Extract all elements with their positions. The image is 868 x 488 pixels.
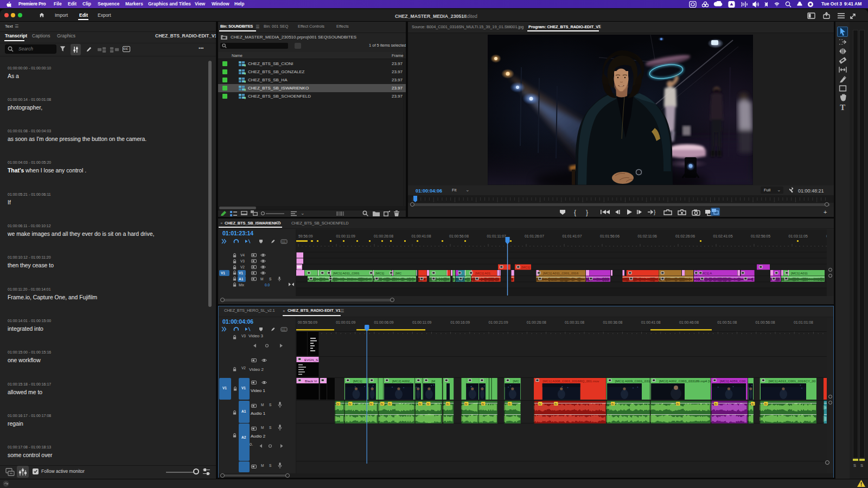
svg-text:fx: fx	[465, 402, 468, 406]
svg-text:01:00:41:08: 01:00:41:08	[412, 234, 431, 238]
svg-text:01:01:26:07: 01:01:26:07	[525, 234, 544, 238]
svg-text:fx: fx	[714, 402, 717, 406]
svg-text:fx: fx	[554, 402, 557, 406]
svg-text:[MC1] A011_C001_0316: [MC1] A011_C001_0316	[543, 272, 579, 275]
svg-text:01:00:41:08: 01:00:41:08	[641, 320, 661, 324]
svg-text:01:00:11:09: 01:00:11:09	[336, 234, 356, 238]
svg-text:[MC1]: [MC1]	[375, 272, 384, 275]
svg-text:fx: fx	[370, 402, 373, 406]
svg-text:[M: [M	[431, 379, 435, 383]
svg-text:01:00:46:08: 01:00:46:08	[679, 320, 699, 324]
svg-text:fx: fx	[337, 402, 340, 406]
svg-text:CC: CC	[282, 328, 286, 331]
svg-text:EVGN_S: EVGN_S	[304, 358, 318, 362]
svg-text:01:01:11:07: 01:01:11:07	[487, 234, 507, 238]
svg-text:01:03:11:05: 01:03:11:05	[789, 234, 808, 238]
svg-text:}: }	[586, 209, 588, 216]
svg-text:fx: fx	[764, 402, 767, 406]
svg-text:00:59:56:09: 00:59:56:09	[298, 320, 317, 324]
svg-text:fx: fx	[611, 402, 614, 406]
svg-text:[MC1] A011_C001: [MC1] A011_C001	[333, 272, 360, 275]
svg-text:fx: fx	[427, 402, 430, 406]
svg-text:01:00:06:09: 01:00:06:09	[374, 320, 394, 324]
svg-text:01:00:51:08: 01:00:51:08	[717, 320, 737, 324]
svg-text:59:56:09: 59:56:09	[298, 234, 313, 238]
svg-text:fx: fx	[419, 402, 422, 406]
svg-text:fx: fx	[539, 402, 541, 406]
svg-text:[MC1]: [MC1]	[353, 379, 362, 383]
svg-text:01:01:01:08: 01:01:01:08	[794, 320, 813, 324]
svg-text:fx: fx	[751, 402, 754, 406]
svg-text:[MC1] A013_C001_0316CY_00: [MC1] A013_C001_0316CY_00	[769, 379, 816, 383]
svg-text:T: T	[840, 103, 845, 111]
svg-text:[MC1] A059_C00: [MC1] A059_C00	[720, 379, 746, 383]
svg-text:fx: fx	[349, 402, 352, 406]
svg-text:fx: fx	[482, 402, 484, 406]
svg-text:fx: fx	[388, 402, 391, 406]
svg-text:}: }	[654, 209, 656, 215]
svg-text:fx: fx	[381, 402, 384, 406]
svg-text:01:01:56:06: 01:01:56:06	[600, 234, 620, 238]
svg-text:[MC1] A008_C003_0316RQ_001.mov: [MC1] A008_C003_0316RQ_001.mov	[542, 379, 599, 383]
svg-text:[MC1] A011: [MC1] A011	[791, 272, 808, 275]
svg-text:fx: fx	[446, 402, 449, 406]
svg-text:01:02:41:05: 01:02:41:05	[713, 234, 733, 238]
svg-text:fx: fx	[508, 402, 511, 406]
svg-text:01:00:16:09: 01:00:16:09	[450, 320, 470, 324]
svg-text:[MC2] A002_: [MC2] A002_	[392, 379, 412, 383]
svg-text:CC: CC	[282, 240, 286, 243]
svg-text:01:00:56:08: 01:00:56:08	[449, 234, 469, 238]
svg-text:[MC1] A009_C001_031: [MC1] A009_C001_031	[615, 379, 650, 383]
svg-text:[MC1]: [MC1]	[521, 266, 530, 269]
svg-text:01:00:11:09: 01:00:11:09	[412, 320, 432, 324]
svg-text:[MC1] A01: [MC1] A01	[475, 272, 491, 275]
svg-text:01:00:36:08: 01:00:36:08	[603, 320, 622, 324]
svg-text:01:02:56:05: 01:02:56:05	[751, 234, 770, 238]
svg-text:Black Vi: Black Vi	[305, 379, 317, 383]
svg-text:01:01:41:07: 01:01:41:07	[563, 234, 582, 238]
svg-text:01:02:11:06: 01:02:11:06	[638, 234, 658, 238]
svg-text:{: {	[574, 209, 576, 216]
svg-text:01:00:26:08: 01:00:26:08	[527, 320, 546, 324]
svg-text:fx: fx	[676, 402, 679, 406]
svg-text:[MC: [MC	[395, 272, 402, 275]
svg-text:01:00:21:09: 01:00:21:09	[489, 320, 508, 324]
svg-text:01:00:56:08: 01:00:56:08	[756, 320, 775, 324]
svg-text:01:00:31:08: 01:00:31:08	[565, 320, 584, 324]
svg-text:[MC2] A002_C003_033189.mp4 [V]: [MC2] A002_C003_033189.mp4 [V]	[659, 379, 712, 383]
svg-text:01:00:26:08: 01:00:26:08	[374, 234, 393, 238]
svg-text:01:02:26:06: 01:02:26:06	[675, 234, 695, 238]
svg-text:01:00:01:09: 01:00:01:09	[336, 320, 355, 324]
svg-text:[MC: [MC	[513, 379, 520, 383]
